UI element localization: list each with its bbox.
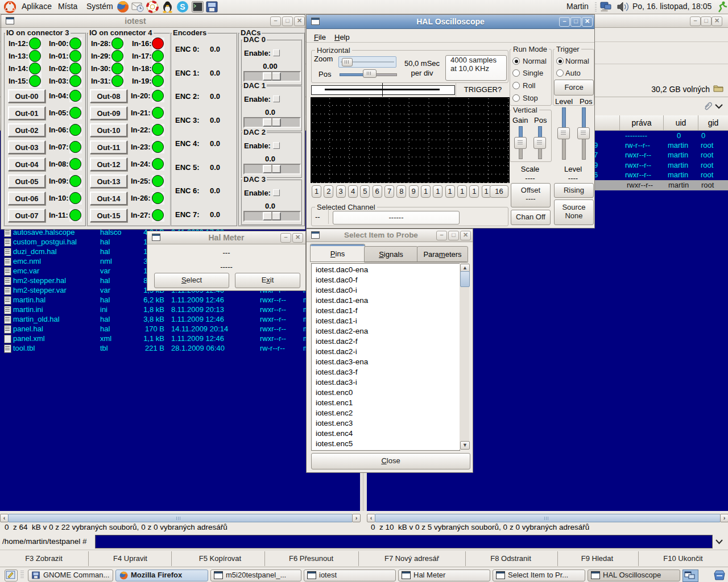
svg-text:S: S — [180, 2, 185, 11]
